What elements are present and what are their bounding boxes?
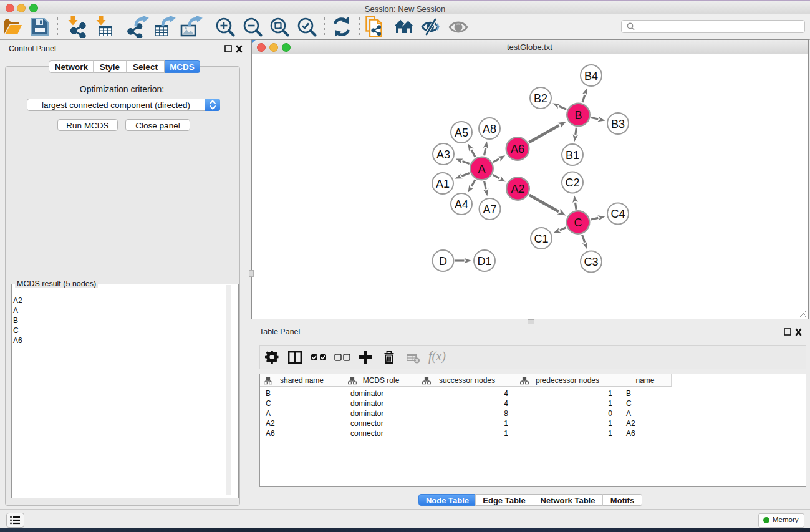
svg-text:A8: A8 <box>483 123 496 135</box>
svg-text:C1: C1 <box>534 233 548 245</box>
svg-text:D1: D1 <box>477 255 491 268</box>
svg-text:C3: C3 <box>584 256 598 268</box>
svg-text:B2: B2 <box>534 92 547 105</box>
svg-text:A4: A4 <box>455 198 468 211</box>
svg-text:B3: B3 <box>611 118 625 130</box>
svg-text:B1: B1 <box>566 149 579 162</box>
svg-text:A: A <box>478 163 485 175</box>
svg-text:A5: A5 <box>455 127 468 139</box>
svg-text:A3: A3 <box>436 148 450 161</box>
svg-text:C4: C4 <box>610 208 625 220</box>
svg-text:A2: A2 <box>511 183 524 195</box>
svg-text:A6: A6 <box>511 143 524 155</box>
svg-text:B: B <box>574 109 582 122</box>
svg-text:C: C <box>574 216 582 229</box>
svg-text:C2: C2 <box>565 177 579 189</box>
svg-text:A7: A7 <box>483 203 496 216</box>
svg-text:D: D <box>439 255 447 268</box>
svg-text:B4: B4 <box>584 70 598 82</box>
svg-text:A1: A1 <box>436 178 450 190</box>
